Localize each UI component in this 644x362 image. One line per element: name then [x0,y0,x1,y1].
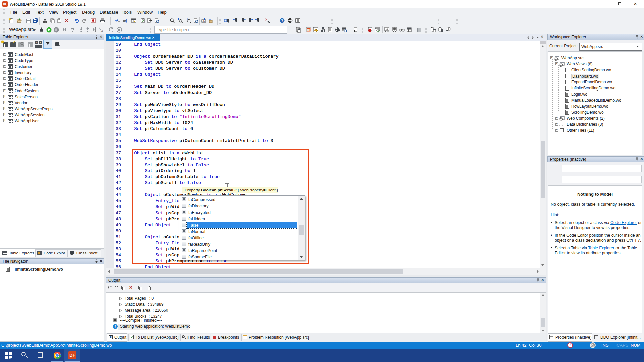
svg-text:#: # [101,29,103,33]
svg-text:?: ? [281,19,283,22]
svg-text:DF: DF [307,28,311,32]
svg-text:ab: ab [202,20,205,22]
